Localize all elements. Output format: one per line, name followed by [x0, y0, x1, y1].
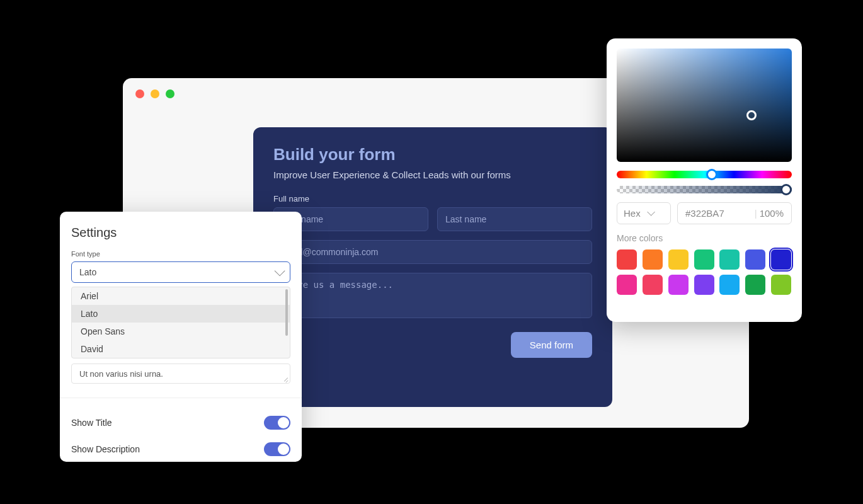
font-type-select[interactable]: Lato	[71, 261, 290, 283]
alpha-gradient	[617, 186, 792, 193]
form-title: Build your form	[273, 145, 592, 164]
minimize-icon[interactable]	[151, 89, 159, 98]
form-preview-panel: Build your form Improve User Experience …	[253, 127, 612, 407]
color-swatch[interactable]	[771, 249, 791, 270]
example-text: Ut non varius nisi urna.	[79, 369, 163, 379]
chevron-down-icon	[275, 265, 285, 276]
font-dropdown: Ariel Lato Open Sans David	[71, 287, 290, 358]
color-swatch[interactable]	[668, 249, 689, 270]
example-text-box[interactable]: Ut non varius nisi urna.	[71, 364, 290, 384]
font-option[interactable]: David	[72, 340, 290, 358]
color-cursor[interactable]	[746, 110, 757, 120]
font-option[interactable]: Ariel	[72, 287, 290, 305]
opacity-value: 100%	[760, 208, 784, 219]
color-swatch[interactable]	[719, 249, 740, 270]
show-title-label: Show Title	[71, 418, 112, 428]
scrollbar[interactable]	[285, 289, 288, 336]
color-swatch[interactable]	[694, 249, 714, 270]
color-swatch[interactable]	[668, 275, 689, 295]
color-swatch[interactable]	[617, 249, 637, 270]
color-picker-panel: Hex #322BA7 |100% More colors	[607, 38, 802, 322]
maximize-icon[interactable]	[166, 89, 174, 98]
color-swatch[interactable]	[745, 249, 765, 270]
color-swatch[interactable]	[643, 275, 663, 295]
show-description-label: Show Description	[71, 444, 140, 454]
settings-title: Settings	[71, 226, 290, 240]
color-swatch[interactable]	[719, 275, 740, 295]
font-type-label: Font type	[71, 250, 290, 258]
chevron-down-icon	[647, 208, 655, 216]
show-description-toggle[interactable]	[264, 442, 290, 456]
color-swatch[interactable]	[745, 275, 765, 295]
hex-value: #322BA7	[685, 208, 724, 219]
close-icon[interactable]	[135, 89, 144, 98]
font-option[interactable]: Lato	[72, 305, 290, 323]
hue-thumb[interactable]	[706, 169, 717, 180]
divider	[60, 398, 302, 398]
color-format-select[interactable]: Hex	[617, 202, 671, 224]
saturation-value-area[interactable]	[617, 49, 792, 162]
alpha-thumb[interactable]	[780, 184, 792, 195]
color-swatch[interactable]	[771, 275, 791, 295]
swatch-grid	[617, 249, 792, 295]
email-input[interactable]	[273, 240, 592, 264]
full-name-label: Full name	[273, 194, 592, 203]
last-name-input[interactable]	[437, 207, 592, 231]
show-title-toggle[interactable]	[264, 416, 290, 430]
more-colors-label: More colors	[617, 233, 792, 243]
alpha-slider[interactable]	[617, 186, 792, 193]
hue-slider[interactable]	[617, 171, 792, 178]
font-option[interactable]: Open Sans	[72, 323, 290, 340]
window-controls	[135, 89, 174, 98]
send-form-button[interactable]: Send form	[511, 332, 592, 358]
message-textarea[interactable]	[273, 273, 592, 318]
settings-panel: Settings Font type Lato Ariel Lato Open …	[60, 212, 302, 462]
resize-handle-icon[interactable]	[282, 375, 289, 382]
font-selected-value: Lato	[79, 267, 96, 277]
form-subtitle: Improve User Experience & Collect Leads …	[273, 169, 592, 180]
format-value: Hex	[624, 208, 641, 219]
color-swatch[interactable]	[643, 249, 663, 270]
hex-value-box[interactable]: #322BA7 |100%	[677, 202, 792, 224]
color-swatch[interactable]	[694, 275, 714, 295]
color-swatch[interactable]	[617, 275, 637, 295]
